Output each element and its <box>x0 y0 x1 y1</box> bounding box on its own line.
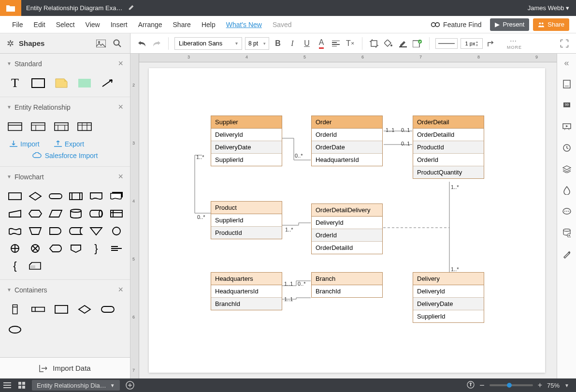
fc-manual-input[interactable] <box>7 207 23 220</box>
align-button[interactable] <box>330 38 342 49</box>
presentation-icon[interactable] <box>562 121 572 132</box>
more-button[interactable]: ⋯ MORE <box>504 37 522 50</box>
image-icon[interactable] <box>95 38 107 49</box>
feature-find[interactable]: Feature Find <box>426 21 486 29</box>
zoom-out-button[interactable]: − <box>479 380 485 391</box>
menu-help[interactable]: Help <box>196 21 221 29</box>
text-shape[interactable]: T <box>7 76 23 90</box>
menu-whats-new[interactable]: What's New <box>221 21 267 29</box>
rect-shape[interactable] <box>30 76 46 90</box>
fc-database[interactable] <box>68 207 84 220</box>
magic-icon[interactable] <box>562 249 572 260</box>
shape-check-button[interactable] <box>412 38 423 49</box>
canvas[interactable]: 1..* 0..* 0..* 1..* 1..1 0..1 0..1 1..* … <box>139 62 557 378</box>
text-color-button[interactable]: A <box>316 38 327 49</box>
fc-direct-data[interactable] <box>88 207 104 220</box>
container-6[interactable] <box>7 323 23 336</box>
fc-brace-left[interactable]: { <box>7 259 23 273</box>
close-icon[interactable]: × <box>118 172 123 182</box>
zoom-value[interactable]: 75% <box>547 382 560 389</box>
salesforce-import-link[interactable]: Salesforce Import <box>32 152 98 160</box>
close-icon[interactable]: × <box>118 285 123 295</box>
menu-insert[interactable]: Insert <box>105 21 133 29</box>
entity-branch[interactable]: Branch BranchId <box>311 272 383 298</box>
fc-decision[interactable] <box>27 189 43 203</box>
er-shape-2[interactable] <box>30 120 46 133</box>
gear-icon[interactable]: ✲ <box>7 38 14 49</box>
panel-standard-header[interactable]: ▼ Standard × <box>0 54 130 73</box>
container-1[interactable] <box>7 303 23 316</box>
crop-button[interactable] <box>368 38 380 49</box>
er-shape-1[interactable] <box>7 120 23 133</box>
collapse-icon[interactable]: « <box>562 58 572 68</box>
font-select[interactable]: Liberation Sans <box>174 37 242 50</box>
close-icon[interactable]: × <box>118 102 123 112</box>
menu-file[interactable]: File <box>7 21 29 29</box>
container-2[interactable] <box>30 303 46 316</box>
history-icon[interactable] <box>562 143 572 153</box>
page-settings-icon[interactable] <box>562 79 572 89</box>
fc-terminator[interactable] <box>47 189 64 203</box>
fc-process[interactable] <box>7 189 23 203</box>
theme-icon[interactable] <box>562 185 572 196</box>
canvas-area[interactable]: 2 3 4 5 6 7 3 4 5 6 7 8 9 <box>130 54 557 378</box>
fc-multidoc[interactable] <box>108 189 125 203</box>
fc-offpage[interactable] <box>68 242 84 255</box>
fc-connector[interactable] <box>108 224 125 238</box>
container-3[interactable] <box>53 303 70 316</box>
fc-merge[interactable] <box>88 224 104 238</box>
comments-icon[interactable]: 99 <box>562 100 572 111</box>
chat-icon[interactable] <box>562 206 572 217</box>
fc-note[interactable] <box>108 242 125 255</box>
fc-delay[interactable] <box>47 224 64 238</box>
panel-containers-header[interactable]: ▼ Containers × <box>0 279 130 300</box>
fc-display[interactable] <box>47 242 64 255</box>
entity-order[interactable]: Order OrderId OrderDate HeadquartersId <box>311 116 383 166</box>
zoom-slider[interactable] <box>490 384 533 386</box>
italic-button[interactable]: I <box>287 38 298 49</box>
fc-paper-tape[interactable] <box>7 224 23 238</box>
grid-view-icon[interactable] <box>14 382 29 389</box>
list-view-icon[interactable] <box>0 382 14 388</box>
share-button[interactable]: Share <box>533 18 569 31</box>
close-icon[interactable]: × <box>118 58 123 69</box>
fc-predefined[interactable] <box>68 189 84 203</box>
add-page-button[interactable] <box>124 381 136 390</box>
menu-arrange[interactable]: Arrange <box>133 21 168 29</box>
container-5[interactable] <box>100 303 116 316</box>
panel-flowchart-header[interactable]: ▼ Flowchart × <box>0 166 130 187</box>
data-icon[interactable] <box>562 228 572 238</box>
undo-button[interactable] <box>136 38 148 49</box>
redo-button[interactable] <box>151 38 162 49</box>
er-import-link[interactable]: Import <box>10 140 40 148</box>
fc-sum[interactable] <box>27 242 43 255</box>
page-tab[interactable]: Entity Relationship Dia… ▼ <box>32 380 120 391</box>
fc-card[interactable] <box>27 259 43 273</box>
fc-document[interactable] <box>88 189 104 203</box>
page[interactable]: 1..* 0..* 0..* 1..* 1..1 0..1 0..1 1..* … <box>149 68 545 373</box>
search-icon[interactable] <box>112 38 123 49</box>
fc-internal-storage[interactable] <box>108 207 125 220</box>
menu-edit[interactable]: Edit <box>29 21 51 29</box>
line-style-select[interactable] <box>435 38 458 49</box>
user-menu[interactable]: James Webb ▾ <box>521 4 576 12</box>
import-data-button[interactable]: Import Data <box>0 357 130 378</box>
underline-button[interactable]: U <box>301 38 313 49</box>
entity-delivery[interactable]: Delivery DeliveryId DeliveryDate Supplie… <box>413 272 484 323</box>
layers-icon[interactable] <box>562 164 572 174</box>
er-shape-3[interactable] <box>53 120 70 133</box>
clear-format-button[interactable]: T✕ <box>345 38 356 49</box>
entity-hq[interactable]: Headquarters HeadquartersId BranchId <box>211 272 282 310</box>
connector-button[interactable] <box>486 38 497 49</box>
line-width-select[interactable]: 1 px▴▾ <box>461 38 483 49</box>
fc-preparation[interactable] <box>27 207 43 220</box>
menu-share[interactable]: Share <box>168 21 196 29</box>
er-export-link[interactable]: Export <box>54 140 84 148</box>
container-4[interactable] <box>76 303 93 316</box>
fill-button[interactable] <box>383 38 394 49</box>
autosync-icon[interactable] <box>467 381 475 390</box>
fc-brace-right[interactable]: } <box>88 242 104 255</box>
er-shape-4[interactable] <box>76 120 93 133</box>
bold-button[interactable]: B <box>272 38 284 49</box>
panel-er-header[interactable]: ▼ Entity Relationship × <box>0 97 130 117</box>
